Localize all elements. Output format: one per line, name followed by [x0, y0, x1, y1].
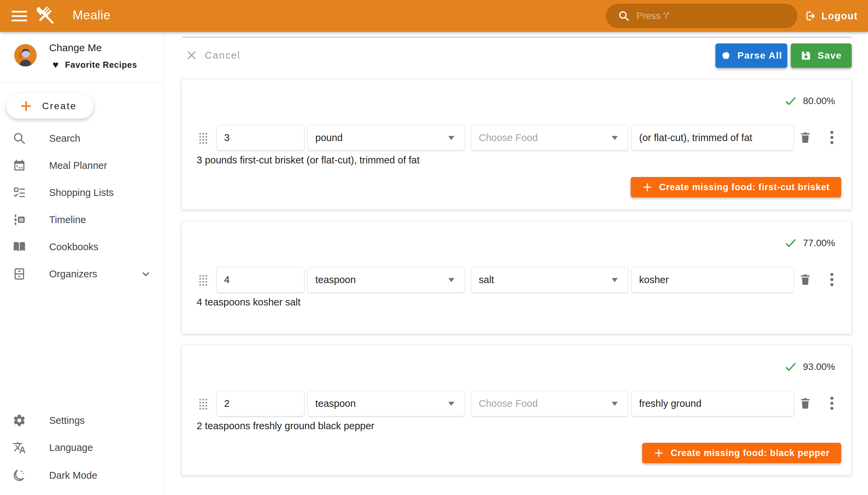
confidence-indicator: 80.00%: [785, 95, 835, 107]
translate-icon: [12, 440, 27, 455]
check-icon: [785, 361, 797, 373]
kebab-menu-icon[interactable]: [827, 272, 837, 288]
main-content: Cancel Parse All Save 80.00% pound Ch: [164, 32, 868, 495]
appbar: Mealie Press '/' Logout: [0, 0, 868, 32]
apple-icon: [720, 50, 731, 61]
ingredient-row: teaspoon salt: [182, 267, 851, 293]
create-missing-food-button[interactable]: Create missing food: black pepper: [642, 443, 841, 463]
cancel-label: Cancel: [205, 50, 240, 61]
menu-icon[interactable]: [12, 8, 28, 24]
sidebar-item-organizers[interactable]: Organizers: [0, 262, 164, 286]
original-ingredient-text: 2 teaspoons freshly ground black pepper: [197, 421, 374, 432]
ingredient-card: 77.00% teaspoon salt 4 teaspoons kosher …: [182, 221, 852, 334]
user-name: Change Me: [49, 42, 102, 54]
checklist-icon: [12, 186, 27, 200]
sidebar-item-meal-planner[interactable]: Meal Planner: [0, 153, 164, 178]
sidebar: Change Me ♥ Favorite Recipes Create Sear…: [0, 32, 164, 495]
confidence-value: 80.00%: [803, 96, 835, 106]
create-missing-food-button[interactable]: Create missing food: first-cut brisket: [631, 177, 841, 197]
close-icon: [186, 50, 197, 61]
sidebar-item-cookbooks[interactable]: Cookbooks: [0, 235, 164, 259]
note-input[interactable]: [631, 267, 794, 293]
kebab-menu-icon[interactable]: [827, 395, 837, 411]
heart-icon: ♥: [53, 60, 59, 70]
trash-icon[interactable]: [799, 131, 812, 144]
kebab-menu-icon[interactable]: [827, 130, 837, 146]
chevron-down-icon: [140, 268, 152, 280]
trash-icon[interactable]: [799, 273, 812, 286]
search-placeholder: Press '/': [636, 11, 670, 21]
drag-handle-icon[interactable]: [199, 399, 208, 410]
cancel-button[interactable]: Cancel: [186, 44, 240, 66]
save-label: Save: [817, 50, 841, 61]
food-select[interactable]: salt: [471, 267, 628, 293]
search-input[interactable]: Press '/': [606, 4, 798, 28]
timeline-icon: [12, 212, 27, 227]
confidence-indicator: 93.00%: [785, 361, 835, 373]
unit-select[interactable]: pound: [308, 125, 465, 151]
plus-icon: [654, 448, 664, 458]
calendar-icon: [12, 158, 27, 173]
ingredient-row: teaspoon Choose Food: [182, 391, 851, 416]
confidence-indicator: 77.00%: [785, 237, 835, 249]
app-title: Mealie: [72, 8, 110, 22]
plus-icon: [20, 100, 33, 113]
food-select[interactable]: Choose Food: [471, 125, 628, 151]
favorite-recipes-link[interactable]: ♥ Favorite Recipes: [53, 60, 137, 70]
check-icon: [785, 237, 797, 249]
mealie-logo-icon[interactable]: [34, 4, 56, 27]
ingredient-card: 93.00% teaspoon Choose Food 2 teaspoons …: [182, 345, 852, 475]
ingredient-card: 80.00% pound Choose Food 3 pounds first-…: [182, 79, 852, 210]
dropdown-arrow-icon: [612, 402, 618, 406]
original-ingredient-text: 4 teaspoons kosher salt: [197, 297, 301, 308]
logout-label: Logout: [821, 11, 858, 22]
parse-all-label: Parse All: [737, 50, 782, 61]
quantity-input[interactable]: [216, 125, 305, 151]
logout-icon: [805, 10, 816, 22]
sidebar-item-shopping-lists[interactable]: Shopping Lists: [0, 181, 164, 205]
ingredient-row: pound Choose Food: [182, 125, 851, 151]
quantity-input[interactable]: [216, 267, 305, 293]
search-icon: [618, 10, 630, 22]
search-icon: [12, 131, 27, 146]
sidebar-divider: [0, 82, 164, 83]
sidebar-item-dark-mode[interactable]: Dark Mode: [0, 463, 164, 488]
note-input[interactable]: [631, 125, 794, 151]
save-button[interactable]: Save: [791, 44, 852, 68]
plus-icon: [642, 182, 652, 192]
check-icon: [785, 95, 797, 107]
favorite-recipes-label: Favorite Recipes: [65, 60, 137, 70]
sidebar-item-settings[interactable]: Settings: [0, 408, 164, 433]
open-book-icon: [12, 240, 27, 254]
dropdown-arrow-icon: [612, 136, 618, 140]
save-icon: [801, 50, 811, 61]
sidebar-item-search[interactable]: Search: [0, 126, 164, 151]
confidence-value: 93.00%: [803, 361, 835, 372]
moon-icon: [12, 468, 27, 482]
trash-icon[interactable]: [799, 397, 812, 410]
dropdown-arrow-icon: [448, 402, 454, 406]
parse-all-button[interactable]: Parse All: [715, 44, 787, 68]
confidence-value: 77.00%: [803, 238, 835, 249]
logout-button[interactable]: Logout: [805, 0, 858, 32]
dropdown-arrow-icon: [448, 136, 454, 140]
drag-handle-icon[interactable]: [199, 133, 208, 144]
sidebar-item-language[interactable]: Language: [0, 435, 164, 460]
create-button[interactable]: Create: [6, 93, 93, 119]
file-cabinet-icon: [12, 267, 27, 281]
sidebar-item-timeline[interactable]: Timeline: [0, 207, 164, 232]
gear-icon: [12, 413, 27, 428]
dropdown-arrow-icon: [448, 278, 454, 282]
unit-select[interactable]: teaspoon: [308, 267, 465, 293]
note-input[interactable]: [631, 391, 794, 416]
drag-handle-icon[interactable]: [199, 275, 208, 286]
unit-select[interactable]: teaspoon: [308, 391, 465, 416]
dropdown-arrow-icon: [612, 278, 618, 282]
original-ingredient-text: 3 pounds first-cut brisket (or flat-cut)…: [197, 155, 420, 166]
content-top-divider: [182, 37, 852, 38]
food-select[interactable]: Choose Food: [471, 391, 628, 416]
quantity-input[interactable]: [216, 391, 305, 416]
create-label: Create: [42, 101, 76, 112]
avatar[interactable]: [14, 44, 37, 66]
